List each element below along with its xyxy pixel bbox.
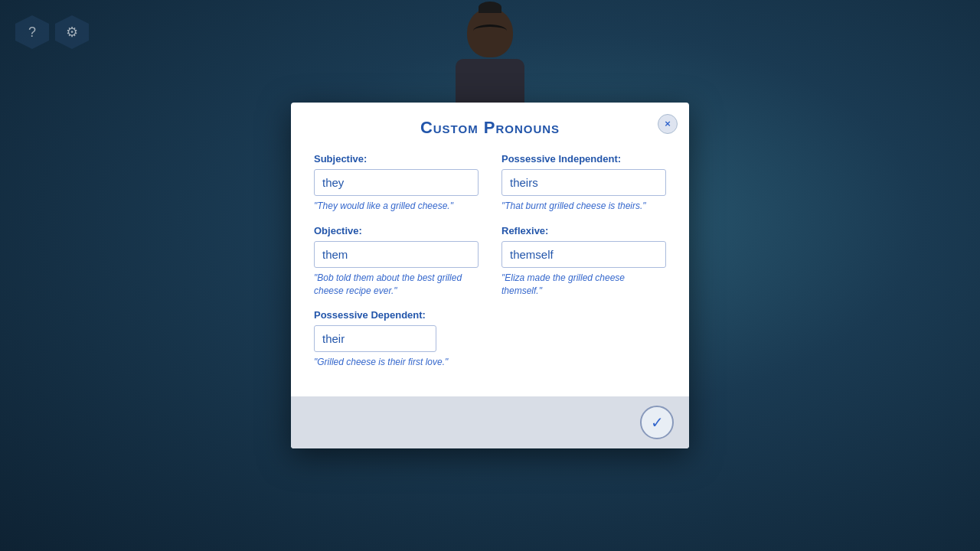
possessive-independent-example: "That burnt grilled cheese is theirs." [501,200,666,213]
subjective-label: Subjective: [314,153,479,165]
dialog-header: Custom Pronouns × [291,103,689,145]
dialog-title: Custom Pronouns [420,118,560,137]
objective-label: Objective: [314,225,479,236]
objective-example: "Bob told them about the best grilled ch… [314,272,479,298]
custom-pronouns-dialog: Custom Pronouns × Subjective: "They woul… [291,103,689,448]
confirm-button[interactable]: ✓ [640,406,674,439]
possessive-independent-input[interactable] [501,169,666,196]
possessive-dependent-label: Possessive Dependent: [314,309,479,321]
dialog-overlay: Custom Pronouns × Subjective: "They woul… [0,0,980,551]
reflexive-field-group: Reflexive: "Eliza made the grilled chees… [501,225,666,298]
subjective-example: "They would like a grilled cheese." [314,200,479,213]
possessive-dependent-input[interactable] [314,325,436,352]
dialog-body: Subjective: "They would like a grilled c… [291,145,689,396]
reflexive-label: Reflexive: [501,225,666,236]
possessive-independent-label: Possessive Independent: [501,153,666,165]
subjective-field-group: Subjective: "They would like a grilled c… [314,153,479,213]
dialog-footer: ✓ [291,396,689,448]
possessive-independent-field-group: Possessive Independent: "That burnt gril… [501,153,666,213]
subjective-input[interactable] [314,169,479,196]
possessive-dependent-field-group: Possessive Dependent: "Grilled cheese is… [314,309,479,369]
possessive-dependent-example: "Grilled cheese is their first love." [314,356,479,369]
fields-grid: Subjective: "They would like a grilled c… [314,153,666,381]
reflexive-example: "Eliza made the grilled cheese themself.… [501,272,666,298]
objective-input[interactable] [314,241,479,268]
objective-field-group: Objective: "Bob told them about the best… [314,225,479,298]
close-button[interactable]: × [658,114,678,134]
reflexive-input[interactable] [501,241,666,268]
checkmark-icon: ✓ [651,413,664,432]
